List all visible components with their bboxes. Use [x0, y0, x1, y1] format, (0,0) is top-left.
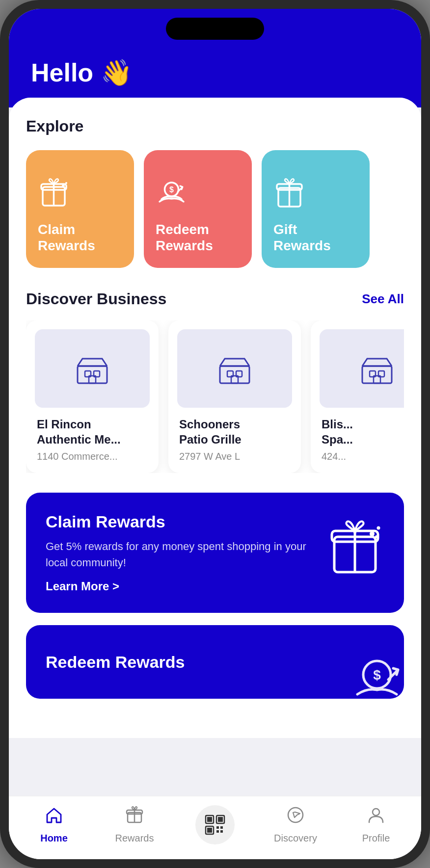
explore-cards-container: ClaimRewards $	[26, 150, 404, 268]
promo2-icon: $	[345, 653, 404, 699]
schooners-name: SchoonersPatio Grille	[179, 417, 290, 447]
business-cards-container: El RinconAuthentic Me... 1140 Commerce..…	[26, 320, 404, 473]
discovery-label: Discovery	[274, 833, 317, 844]
svg-rect-42	[207, 828, 212, 833]
profile-label: Profile	[362, 833, 390, 844]
scroll-content[interactable]: Explore	[9, 98, 421, 796]
schooners-info: SchoonersPatio Grille 2797 W Ave L	[168, 408, 301, 473]
svg-point-30	[377, 526, 380, 530]
svg-point-31	[375, 535, 378, 538]
blis-address: 424...	[322, 451, 404, 462]
svg-point-4	[65, 182, 67, 184]
svg-rect-40	[218, 817, 223, 822]
business-card-el-rincon[interactable]: El RinconAuthentic Me... 1140 Commerce..…	[26, 320, 159, 473]
phone-screen: Hello 👋 Explore	[9, 9, 421, 859]
discover-section-title: Discover Business	[26, 290, 166, 308]
blis-info: Blis...Spa... 424...	[311, 408, 404, 473]
blis-name: Blis...Spa...	[322, 417, 404, 447]
business-card-schooners[interactable]: SchoonersPatio Grille 2797 W Ave L	[168, 320, 301, 473]
svg-point-47	[288, 808, 303, 822]
svg-point-5	[65, 187, 66, 188]
el-rincon-info: El RinconAuthentic Me... 1140 Commerce..…	[26, 408, 159, 473]
nav-item-home[interactable]: Home	[29, 806, 79, 844]
nav-item-profile[interactable]: Profile	[351, 806, 401, 844]
promo1-title: Claim Rewards	[46, 512, 316, 531]
svg-text:$: $	[373, 667, 381, 683]
promo1-desc: Get 5% rewards for any money spent shopp…	[46, 538, 316, 571]
svg-rect-21	[362, 366, 392, 383]
promo2-title: Redeem Rewards	[46, 653, 185, 672]
gift-rewards-icon	[273, 177, 305, 215]
claim-rewards-icon	[38, 177, 70, 215]
nav-item-qr[interactable]	[190, 805, 240, 844]
svg-rect-46	[220, 830, 223, 833]
discovery-icon	[286, 806, 305, 829]
bottom-nav: Home Rewards	[9, 796, 421, 859]
svg-point-29	[370, 531, 375, 536]
explore-card-claim[interactable]: ClaimRewards	[26, 150, 134, 268]
el-rincon-address: 1140 Commerce...	[37, 451, 148, 462]
discover-header: Discover Business See All	[26, 290, 404, 308]
gift-rewards-label: GiftRewards	[273, 221, 331, 254]
svg-rect-11	[78, 366, 107, 383]
dynamic-island	[166, 18, 264, 40]
explore-card-redeem[interactable]: $ RedeemRewards	[144, 150, 252, 268]
phone-frame: Hello 👋 Explore	[0, 0, 430, 868]
rewards-label: Rewards	[115, 833, 154, 844]
redeem-rewards-icon: $	[156, 177, 188, 215]
svg-rect-38	[207, 817, 212, 822]
explore-card-gift[interactable]: GiftRewards	[262, 150, 370, 268]
main-content: Explore	[9, 98, 421, 738]
svg-rect-16	[220, 366, 249, 383]
redeem-rewards-promo[interactable]: Redeem Rewards $	[26, 625, 404, 699]
qr-icon-container	[195, 805, 235, 844]
promo1-icon	[325, 518, 384, 587]
nav-item-rewards[interactable]: Rewards	[110, 806, 159, 844]
home-label: Home	[40, 833, 68, 844]
see-all-button[interactable]: See All	[362, 291, 404, 307]
claim-rewards-promo[interactable]: Claim Rewards Get 5% rewards for any mon…	[26, 493, 404, 613]
redeem-rewards-label: RedeemRewards	[156, 221, 213, 254]
svg-rect-43	[216, 826, 219, 829]
svg-rect-45	[216, 830, 219, 833]
nav-item-discovery[interactable]: Discovery	[271, 806, 320, 844]
promo1-text: Claim Rewards Get 5% rewards for any mon…	[46, 512, 316, 593]
el-rincon-name: El RinconAuthentic Me...	[37, 417, 148, 447]
svg-text:$: $	[169, 185, 174, 194]
business-image-el-rincon	[35, 329, 150, 408]
svg-rect-44	[220, 826, 223, 829]
rewards-icon	[125, 806, 144, 829]
promo1-link[interactable]: Learn More >	[46, 579, 316, 593]
home-icon	[45, 806, 63, 829]
status-bar	[9, 9, 421, 48]
business-card-blis[interactable]: Blis...Spa... 424...	[311, 320, 404, 473]
claim-rewards-label: ClaimRewards	[38, 221, 95, 254]
svg-point-3	[62, 184, 65, 187]
schooners-address: 2797 W Ave L	[179, 451, 290, 462]
profile-icon	[367, 806, 385, 829]
explore-section-title: Explore	[26, 117, 404, 135]
business-image-schooners	[177, 329, 292, 408]
greeting-text: Hello 👋	[31, 58, 133, 87]
svg-point-48	[373, 809, 379, 815]
business-image-blis	[320, 329, 404, 408]
